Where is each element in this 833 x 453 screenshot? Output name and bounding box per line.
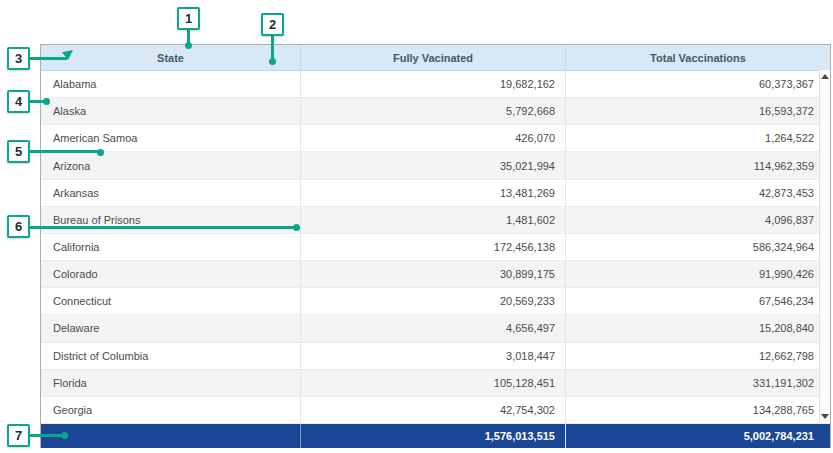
total-vaccinations-cell[interactable]: 114,962,359 (565, 152, 830, 178)
state-cell[interactable]: Arkansas (41, 180, 300, 206)
fully-vaccinated-cell[interactable]: 5,792,668 (300, 98, 565, 124)
total-vaccinations-cell[interactable]: 4,096,837 (565, 207, 830, 233)
fully-vaccinated-cell[interactable]: 20,569,233 (300, 288, 565, 314)
column-header-state[interactable]: State (41, 45, 300, 70)
summary-state-cell (41, 424, 300, 448)
fully-vaccinated-cell[interactable]: 35,021,994 (300, 152, 565, 178)
total-vaccinations-cell[interactable]: 42,873,453 (565, 180, 830, 206)
fully-vaccinated-cell[interactable]: 3,018,447 (300, 343, 565, 369)
state-cell[interactable]: California (41, 234, 300, 260)
table-row[interactable]: California 172,456,138 586,324,964 (41, 234, 830, 261)
scroll-up-icon[interactable] (821, 74, 829, 79)
fully-vaccinated-cell[interactable]: 426,070 (300, 125, 565, 151)
fully-vaccinated-cell[interactable]: 19,682,162 (300, 71, 565, 97)
state-cell[interactable]: Alaska (41, 98, 300, 124)
callout-5-line (29, 150, 99, 153)
state-cell[interactable]: District of Columbia (41, 343, 300, 369)
scroll-down-icon[interactable] (821, 414, 829, 419)
total-vaccinations-cell[interactable]: 16,593,372 (565, 98, 830, 124)
table-row[interactable]: Connecticut 20,569,233 67,546,234 (41, 288, 830, 315)
vertical-scrollbar[interactable] (819, 70, 830, 423)
total-vaccinations-cell[interactable]: 60,373,367 (565, 71, 830, 97)
fully-vaccinated-cell[interactable]: 4,656,497 (300, 315, 565, 341)
callout-6-line (29, 226, 295, 229)
callout-7-dot (61, 432, 68, 439)
summary-row: 1,576,013,515 5,002,784,231 (41, 424, 830, 448)
column-header-total-vaccinations[interactable]: Total Vaccinations (565, 45, 830, 70)
state-cell[interactable]: Florida (41, 370, 300, 396)
callout-7-line (29, 434, 63, 437)
callout-3-line (29, 57, 67, 60)
table-row[interactable]: American Samoa 426,070 1,264,522 (41, 125, 830, 152)
callout-4-dot (43, 98, 50, 105)
total-vaccinations-cell[interactable]: 134,288,765 (565, 397, 830, 423)
table-row[interactable]: Arkansas 13,481,269 42,873,453 (41, 180, 830, 207)
state-cell[interactable]: Georgia (41, 397, 300, 423)
callout-1-badge: 1 (177, 7, 200, 30)
attribute-table: State Fully Vacinated Total Vaccinations… (40, 44, 831, 448)
summary-fully-vaccinated: 1,576,013,515 (300, 424, 565, 448)
callout-7-badge: 7 (7, 424, 30, 447)
callout-2-badge: 2 (261, 13, 284, 36)
callout-6-badge: 6 (7, 215, 30, 238)
total-vaccinations-cell[interactable]: 586,324,964 (565, 234, 830, 260)
total-vaccinations-cell[interactable]: 1,264,522 (565, 125, 830, 151)
column-header-fully-vaccinated[interactable]: Fully Vacinated (300, 45, 565, 70)
table-row[interactable]: Florida 105,128,451 331,191,302 (41, 370, 830, 397)
state-cell[interactable]: Alabama (41, 71, 300, 97)
state-cell[interactable]: Bureau of Prisons (41, 207, 300, 233)
callout-5-badge: 5 (7, 140, 30, 163)
table-body: Alabama 19,682,162 60,373,367 Alaska 5,7… (41, 71, 830, 424)
table-row[interactable]: District of Columbia 3,018,447 12,662,79… (41, 343, 830, 370)
callout-1-dot (185, 42, 192, 49)
total-vaccinations-cell[interactable]: 12,662,798 (565, 343, 830, 369)
callout-2-line (271, 36, 274, 60)
callout-5-dot (97, 149, 104, 156)
table-row[interactable]: Delaware 4,656,497 15,208,840 (41, 315, 830, 342)
state-cell[interactable]: Delaware (41, 315, 300, 341)
table-row[interactable]: Alabama 19,682,162 60,373,367 (41, 71, 830, 98)
fully-vaccinated-cell[interactable]: 42,754,302 (300, 397, 565, 423)
callout-6-dot (293, 224, 300, 231)
summary-total-vaccinations: 5,002,784,231 (565, 424, 830, 448)
callout-3-badge: 3 (7, 47, 30, 70)
state-cell[interactable]: Connecticut (41, 288, 300, 314)
callout-4-badge: 4 (7, 90, 30, 113)
annotated-table-screenshot: State Fully Vacinated Total Vaccinations… (0, 0, 833, 453)
fully-vaccinated-cell[interactable]: 30,899,175 (300, 261, 565, 287)
total-vaccinations-cell[interactable]: 15,208,840 (565, 315, 830, 341)
table-row[interactable]: Arizona 35,021,994 114,962,359 (41, 152, 830, 179)
total-vaccinations-cell[interactable]: 91,990,426 (565, 261, 830, 287)
table-row[interactable]: Colorado 30,899,175 91,990,426 (41, 261, 830, 288)
table-row[interactable]: Alaska 5,792,668 16,593,372 (41, 98, 830, 125)
table-row[interactable]: Georgia 42,754,302 134,288,765 (41, 397, 830, 424)
table-header: State Fully Vacinated Total Vaccinations (41, 45, 830, 71)
state-cell[interactable]: Arizona (41, 152, 300, 178)
fully-vaccinated-cell[interactable]: 105,128,451 (300, 370, 565, 396)
state-cell[interactable]: Colorado (41, 261, 300, 287)
table-row[interactable]: Bureau of Prisons 1,481,602 4,096,837 (41, 207, 830, 234)
fully-vaccinated-cell[interactable]: 1,481,602 (300, 207, 565, 233)
total-vaccinations-cell[interactable]: 331,191,302 (565, 370, 830, 396)
fully-vaccinated-cell[interactable]: 13,481,269 (300, 180, 565, 206)
callout-2-dot (269, 58, 276, 65)
fully-vaccinated-cell[interactable]: 172,456,138 (300, 234, 565, 260)
state-cell[interactable]: American Samoa (41, 125, 300, 151)
total-vaccinations-cell[interactable]: 67,546,234 (565, 288, 830, 314)
